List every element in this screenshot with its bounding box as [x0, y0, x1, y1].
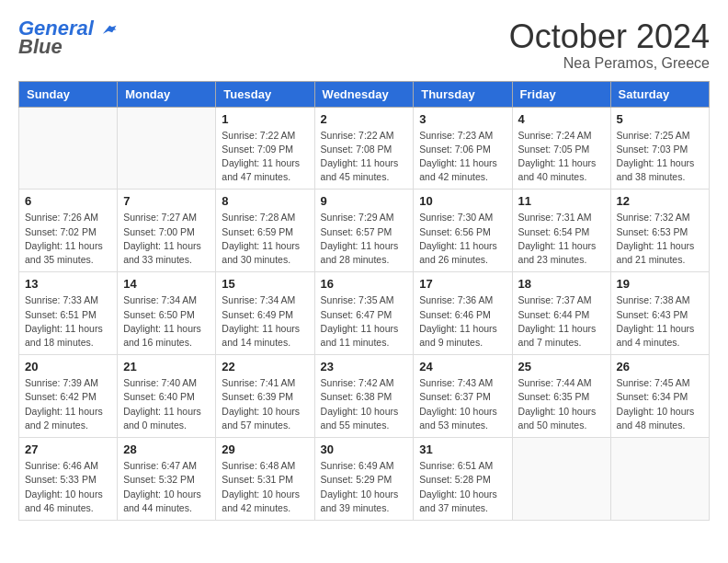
table-row: 27Sunrise: 6:46 AMSunset: 5:33 PMDayligh… [19, 438, 118, 521]
day-info: Sunrise: 7:30 AMSunset: 6:56 PMDaylight:… [419, 211, 506, 267]
table-row: 30Sunrise: 6:49 AMSunset: 5:29 PMDayligh… [314, 438, 414, 521]
day-number: 3 [419, 112, 506, 126]
table-row [118, 107, 216, 190]
day-number: 25 [518, 360, 605, 373]
day-number: 5 [617, 112, 703, 126]
table-row [512, 438, 610, 521]
day-info: Sunrise: 7:39 AMSunset: 6:42 PMDaylight:… [25, 376, 111, 432]
day-info: Sunrise: 7:44 AMSunset: 6:35 PMDaylight:… [518, 376, 605, 432]
day-number: 11 [518, 194, 605, 208]
day-number: 6 [25, 194, 111, 208]
location: Nea Peramos, Greece [509, 55, 710, 72]
day-info: Sunrise: 7:35 AMSunset: 6:47 PMDaylight:… [321, 293, 408, 350]
day-info: Sunrise: 7:22 AMSunset: 7:08 PMDaylight:… [321, 129, 408, 185]
day-info: Sunrise: 7:37 AMSunset: 6:44 PMDaylight:… [518, 293, 605, 350]
day-info: Sunrise: 7:45 AMSunset: 6:34 PMDaylight:… [617, 376, 703, 432]
day-number: 30 [321, 442, 408, 456]
table-row: 21Sunrise: 7:40 AMSunset: 6:40 PMDayligh… [118, 355, 216, 438]
day-number: 1 [222, 112, 308, 126]
calendar-week-row: 1Sunrise: 7:22 AMSunset: 7:09 PMDaylight… [19, 107, 710, 190]
page-header: General Blue October 2024 Nea Peramos, G… [18, 18, 710, 72]
day-number: 31 [419, 442, 506, 456]
day-number: 20 [25, 360, 111, 373]
day-number: 7 [123, 194, 210, 208]
day-info: Sunrise: 7:41 AMSunset: 6:39 PMDaylight:… [222, 376, 308, 432]
day-info: Sunrise: 7:22 AMSunset: 7:09 PMDaylight:… [222, 129, 308, 185]
day-number: 16 [321, 277, 408, 291]
day-number: 21 [123, 360, 210, 373]
day-number: 10 [419, 194, 506, 208]
table-row: 11Sunrise: 7:31 AMSunset: 6:54 PMDayligh… [512, 190, 610, 272]
table-row: 4Sunrise: 7:24 AMSunset: 7:05 PMDaylight… [512, 107, 610, 190]
day-info: Sunrise: 6:46 AMSunset: 5:33 PMDaylight:… [25, 459, 111, 515]
table-row: 15Sunrise: 7:34 AMSunset: 6:49 PMDayligh… [216, 272, 314, 355]
day-info: Sunrise: 7:38 AMSunset: 6:43 PMDaylight:… [617, 293, 703, 350]
day-number: 8 [222, 194, 308, 208]
day-number: 27 [25, 442, 111, 456]
table-row: 19Sunrise: 7:38 AMSunset: 6:43 PMDayligh… [610, 272, 709, 355]
table-row: 31Sunrise: 6:51 AMSunset: 5:28 PMDayligh… [414, 438, 512, 521]
calendar-week-row: 13Sunrise: 7:33 AMSunset: 6:51 PMDayligh… [19, 272, 710, 355]
header-saturday: Saturday [610, 81, 709, 107]
month-title: October 2024 [509, 18, 710, 55]
calendar-header-row: Sunday Monday Tuesday Wednesday Thursday… [19, 81, 710, 107]
day-info: Sunrise: 7:26 AMSunset: 7:02 PMDaylight:… [25, 211, 111, 267]
day-number: 9 [321, 194, 408, 208]
table-row: 28Sunrise: 6:47 AMSunset: 5:32 PMDayligh… [118, 438, 216, 521]
header-friday: Friday [512, 81, 610, 107]
day-number: 4 [518, 112, 605, 126]
table-row: 29Sunrise: 6:48 AMSunset: 5:31 PMDayligh… [216, 438, 314, 521]
table-row: 23Sunrise: 7:42 AMSunset: 6:38 PMDayligh… [314, 355, 414, 438]
header-monday: Monday [118, 81, 216, 107]
day-info: Sunrise: 7:23 AMSunset: 7:06 PMDaylight:… [419, 129, 506, 185]
header-thursday: Thursday [414, 81, 512, 107]
table-row: 14Sunrise: 7:34 AMSunset: 6:50 PMDayligh… [118, 272, 216, 355]
table-row: 5Sunrise: 7:25 AMSunset: 7:03 PMDaylight… [610, 107, 709, 190]
day-number: 18 [518, 277, 605, 291]
day-number: 19 [617, 277, 703, 291]
day-info: Sunrise: 6:47 AMSunset: 5:32 PMDaylight:… [123, 459, 210, 515]
table-row: 9Sunrise: 7:29 AMSunset: 6:57 PMDaylight… [314, 190, 414, 272]
day-info: Sunrise: 7:36 AMSunset: 6:46 PMDaylight:… [419, 293, 506, 350]
table-row [610, 438, 709, 521]
header-wednesday: Wednesday [314, 81, 414, 107]
day-info: Sunrise: 7:34 AMSunset: 6:50 PMDaylight:… [123, 293, 210, 350]
table-row: 8Sunrise: 7:28 AMSunset: 6:59 PMDaylight… [216, 190, 314, 272]
table-row: 6Sunrise: 7:26 AMSunset: 7:02 PMDaylight… [19, 190, 118, 272]
logo: General Blue [18, 18, 118, 57]
title-block: October 2024 Nea Peramos, Greece [509, 18, 710, 72]
table-row: 1Sunrise: 7:22 AMSunset: 7:09 PMDaylight… [216, 107, 314, 190]
table-row [19, 107, 118, 190]
day-number: 23 [321, 360, 408, 373]
calendar-week-row: 20Sunrise: 7:39 AMSunset: 6:42 PMDayligh… [19, 355, 710, 438]
table-row: 3Sunrise: 7:23 AMSunset: 7:06 PMDaylight… [414, 107, 512, 190]
day-info: Sunrise: 7:32 AMSunset: 6:53 PMDaylight:… [617, 211, 703, 267]
day-number: 15 [222, 277, 308, 291]
table-row: 7Sunrise: 7:27 AMSunset: 7:00 PMDaylight… [118, 190, 216, 272]
day-number: 12 [617, 194, 703, 208]
logo-bird-icon [97, 20, 118, 44]
calendar-table: Sunday Monday Tuesday Wednesday Thursday… [18, 81, 710, 521]
day-info: Sunrise: 7:34 AMSunset: 6:49 PMDaylight:… [222, 293, 308, 350]
day-info: Sunrise: 6:49 AMSunset: 5:29 PMDaylight:… [321, 459, 408, 515]
day-info: Sunrise: 7:29 AMSunset: 6:57 PMDaylight:… [321, 211, 408, 267]
day-number: 26 [617, 360, 703, 373]
day-number: 13 [25, 277, 111, 291]
day-info: Sunrise: 7:28 AMSunset: 6:59 PMDaylight:… [222, 211, 308, 267]
day-info: Sunrise: 7:33 AMSunset: 6:51 PMDaylight:… [25, 293, 111, 350]
table-row: 26Sunrise: 7:45 AMSunset: 6:34 PMDayligh… [610, 355, 709, 438]
day-info: Sunrise: 7:27 AMSunset: 7:00 PMDaylight:… [123, 211, 210, 267]
day-number: 2 [321, 112, 408, 126]
calendar-week-row: 6Sunrise: 7:26 AMSunset: 7:02 PMDaylight… [19, 190, 710, 272]
day-info: Sunrise: 7:25 AMSunset: 7:03 PMDaylight:… [617, 129, 703, 185]
day-number: 22 [222, 360, 308, 373]
header-sunday: Sunday [19, 81, 118, 107]
day-info: Sunrise: 6:51 AMSunset: 5:28 PMDaylight:… [419, 459, 506, 515]
day-info: Sunrise: 6:48 AMSunset: 5:31 PMDaylight:… [222, 459, 308, 515]
table-row: 17Sunrise: 7:36 AMSunset: 6:46 PMDayligh… [414, 272, 512, 355]
day-number: 29 [222, 442, 308, 456]
day-number: 24 [419, 360, 506, 373]
table-row: 18Sunrise: 7:37 AMSunset: 6:44 PMDayligh… [512, 272, 610, 355]
table-row: 20Sunrise: 7:39 AMSunset: 6:42 PMDayligh… [19, 355, 118, 438]
table-row: 2Sunrise: 7:22 AMSunset: 7:08 PMDaylight… [314, 107, 414, 190]
